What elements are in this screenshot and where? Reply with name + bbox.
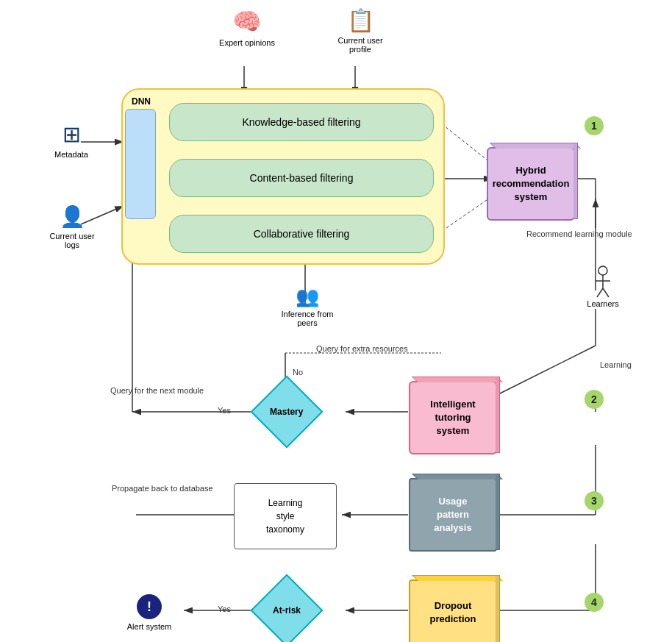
inference-label: Inference from peers <box>271 310 344 327</box>
learning-label: Learning <box>600 360 632 369</box>
yes2-label: Yes <box>218 604 231 613</box>
no-label: No <box>293 368 303 377</box>
badge-3: 3 <box>585 491 604 510</box>
learner-icon <box>592 265 614 298</box>
intelligent-tutoring-box: Intelligent tutoring system <box>409 381 497 454</box>
current-user-profile-node: 📋 Current user profile <box>331 7 390 54</box>
badge-1: 1 <box>585 116 604 135</box>
content-filtering-box: Content-based filtering <box>169 159 434 197</box>
learners-node: Learners <box>581 265 625 308</box>
query-next-label: Query for the next module <box>110 386 204 395</box>
metadata-label: Metadata <box>54 150 88 159</box>
recommend-label: Recommend learning module <box>526 229 632 238</box>
user-icon: 👤 <box>60 204 85 229</box>
usage-pattern-box: Usage pattern analysis <box>409 478 497 552</box>
mastery-diamond: Mastery <box>250 382 324 441</box>
profile-icon: 📋 <box>347 7 374 33</box>
grid-icon: ⊞ <box>62 121 81 147</box>
learning-style-box: Learning style taxonomy <box>234 483 337 549</box>
badge-2: 2 <box>585 390 604 409</box>
user-logs-label: Current user logs <box>43 232 101 249</box>
badge-4: 4 <box>585 593 604 612</box>
hybrid-box: Hybrid recommendation system <box>487 147 575 221</box>
svg-line-35 <box>603 288 609 297</box>
dnn-box <box>125 109 156 219</box>
query-extra-label: Query for extra resources <box>316 344 408 353</box>
svg-line-34 <box>597 288 603 297</box>
user-logs-node: 👤 Current user logs <box>43 204 101 249</box>
current-user-profile-label: Current user profile <box>331 36 390 54</box>
alert-label: Alert system <box>127 622 172 631</box>
svg-point-31 <box>598 266 607 275</box>
peers-icon: 👥 <box>296 285 319 308</box>
svg-line-16 <box>485 346 596 401</box>
brain-icon: 🧠 <box>232 7 262 35</box>
dropout-box: Dropout prediction <box>409 579 497 642</box>
dnn-label: DNN <box>126 94 156 109</box>
at-risk-diamond: At-risk <box>250 581 324 640</box>
learners-label: Learners <box>587 299 618 308</box>
propagate-label: Propagate back to database <box>112 484 213 493</box>
expert-opinions-label: Expert opinions <box>219 38 275 47</box>
inference-peers-node: 👥 Inference from peers <box>271 285 344 327</box>
collaborative-filtering-box: Collaborative filtering <box>169 215 434 253</box>
alert-icon: ! <box>137 594 162 619</box>
yes-label: Yes <box>218 406 231 415</box>
expert-opinions-node: 🧠 Expert opinions <box>218 7 276 47</box>
alert-node: ! Alert system <box>124 594 175 631</box>
metadata-node: ⊞ Metadata <box>46 121 97 159</box>
knowledge-filtering-box: Knowledge-based filtering <box>169 103 434 141</box>
diagram: 🧠 Expert opinions 📋 Current user profile… <box>0 0 672 642</box>
